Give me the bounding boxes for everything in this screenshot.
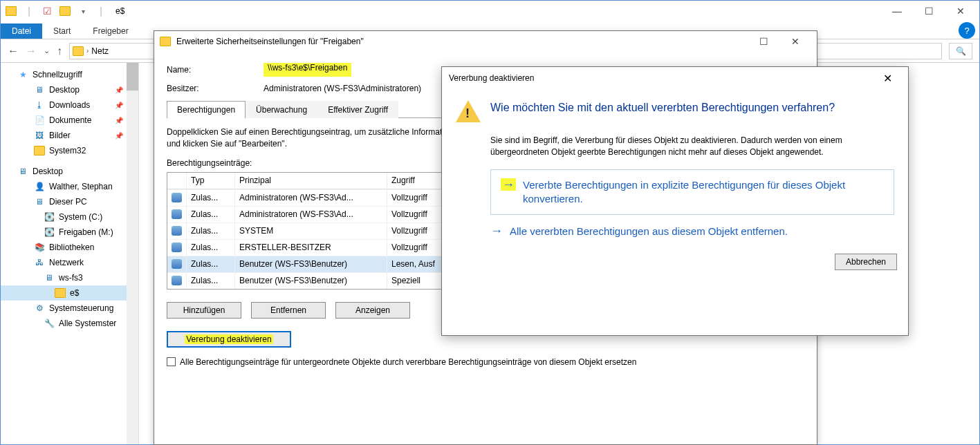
minimize-button[interactable]: —: [881, 1, 913, 21]
tree-downloads[interactable]: ⭳ Downloads 📌: [1, 97, 138, 113]
tree-label: Netzwerk: [49, 258, 84, 267]
computer-icon: 🖥: [44, 272, 55, 283]
back-button[interactable]: ←: [8, 45, 19, 57]
replace-checkbox-label: Alle Berechtigungseinträge für untergeor…: [180, 357, 636, 367]
name-label: Name:: [167, 65, 264, 75]
group-icon: [172, 209, 182, 219]
scrollbar-track[interactable]: [127, 63, 138, 444]
checkbox-unchecked-icon[interactable]: [167, 357, 176, 366]
recent-chevron-icon[interactable]: ⌄: [44, 46, 50, 55]
tree-label: Dieser PC: [49, 197, 87, 207]
properties-icon[interactable]: ☑: [39, 3, 55, 19]
drive-icon: 💽: [44, 211, 55, 223]
tree-label: System (C:): [59, 212, 102, 222]
tab-auditing[interactable]: Überwachung: [246, 101, 317, 118]
folder-icon: [3, 3, 19, 19]
cancel-button[interactable]: Abbrechen: [835, 254, 897, 270]
tree-quickaccess[interactable]: ★ Schnellzugriff: [1, 67, 138, 82]
maximize-button[interactable]: ☐: [913, 1, 945, 21]
disable-inheritance-button[interactable]: Vererbung deaktivieren: [167, 331, 291, 348]
pictures-icon: 🖼: [34, 130, 45, 141]
tree-label: Freigaben (M:): [59, 227, 113, 237]
tree-drive-c[interactable]: 💽 System (C:): [1, 209, 138, 225]
tree-share-selected[interactable]: e$: [1, 285, 138, 301]
close-button[interactable]: ✕: [873, 67, 901, 89]
breadcrumb-segment[interactable]: Netz: [91, 46, 109, 56]
scrollbar-thumb[interactable]: [127, 63, 138, 91]
tree-label: Schnellzugriff: [33, 70, 82, 79]
option-convert-text: Vererbte Berechtigungen in explizite Ber…: [523, 178, 884, 207]
help-icon[interactable]: ?: [959, 22, 975, 39]
tree-label: Desktop: [49, 85, 80, 95]
qat-chevron-icon[interactable]: ▾: [75, 3, 91, 19]
folder-icon[interactable]: [57, 3, 73, 19]
view-button[interactable]: Anzeigen: [335, 302, 410, 319]
remove-button[interactable]: Entfernen: [251, 302, 326, 319]
forward-button[interactable]: →: [26, 45, 37, 57]
group-icon: [172, 193, 182, 202]
tab-start[interactable]: Start: [42, 23, 82, 39]
tree-label: System32: [49, 146, 86, 155]
warning-icon: [456, 100, 481, 125]
tree-documents[interactable]: 📄 Dokumente 📌: [1, 113, 138, 128]
window-title: e$: [115, 6, 124, 16]
option-remove-text: Alle vererbten Berechtigungen aus diesem…: [510, 225, 788, 238]
network-drive-icon: 💽: [44, 227, 55, 238]
tree-label: Bilder: [49, 131, 71, 140]
search-icon: 🔍: [956, 46, 966, 56]
tree-pictures[interactable]: 🖼 Bilder 📌: [1, 128, 138, 143]
confirm-description: Sie sind im Begriff, die Vererbung für d…: [490, 135, 894, 158]
tree-desktop[interactable]: 🖥 Desktop 📌: [1, 82, 138, 97]
add-button[interactable]: Hinzufügen: [167, 302, 241, 319]
name-value-highlighted: \\ws-fs3\e$\Freigaben: [264, 63, 351, 77]
divider-icon: |: [21, 3, 37, 19]
pin-icon: 📌: [115, 132, 123, 140]
tree-controlpanel[interactable]: ⚙ Systemsteuerung: [1, 301, 138, 316]
owner-label: Besitzer:: [167, 84, 264, 93]
tree-host[interactable]: 🖥 ws-fs3: [1, 270, 138, 285]
star-icon: ★: [17, 69, 28, 80]
security-dialog-title-bar: Erweiterte Sicherheitseinstellungen für …: [154, 31, 817, 52]
tab-share[interactable]: Freigeber: [82, 23, 139, 39]
option-remove[interactable]: → Alle vererbten Berechtigungen aus dies…: [490, 225, 894, 238]
chevron-right-icon: ›: [86, 47, 89, 55]
pin-icon: 📌: [115, 117, 123, 124]
settings-icon: 🔧: [44, 318, 55, 329]
tree-label: Systemsteuerung: [49, 303, 113, 313]
close-button[interactable]: ✕: [779, 31, 811, 52]
maximize-button[interactable]: ☐: [748, 31, 779, 52]
tab-permissions[interactable]: Berechtigungen: [167, 101, 246, 118]
tree-label: Desktop: [33, 167, 63, 176]
tree-libraries[interactable]: 📚 Bibliotheken: [1, 240, 138, 255]
tree-allsettings[interactable]: 🔧 Alle Systemster: [1, 316, 138, 331]
tree-network[interactable]: 🖧 Netzwerk: [1, 255, 138, 270]
libraries-icon: 📚: [34, 242, 45, 253]
confirm-title-text: Vererbung deaktivieren: [449, 73, 534, 83]
col-type[interactable]: Typ: [187, 173, 235, 189]
folder-icon: [160, 37, 171, 46]
tree-drive-m[interactable]: 💽 Freigaben (M:): [1, 225, 138, 240]
navigation-tree[interactable]: ★ Schnellzugriff 🖥 Desktop 📌 ⭳ Downloads…: [1, 63, 139, 444]
desktop-icon: 🖥: [34, 84, 45, 95]
close-button[interactable]: ✕: [945, 1, 977, 21]
folder-icon: [34, 146, 45, 155]
folder-icon: [73, 46, 84, 56]
replace-checkbox-row[interactable]: Alle Berechtigungseinträge für untergeor…: [167, 357, 804, 367]
group-icon: [172, 259, 182, 269]
tab-file[interactable]: Datei: [1, 23, 42, 39]
tree-thispc[interactable]: 🖥 Dieser PC: [1, 194, 138, 209]
option-convert[interactable]: → Vererbte Berechtigungen in explizite B…: [490, 169, 894, 216]
col-principal[interactable]: Prinzipal: [235, 173, 387, 189]
up-button[interactable]: ↑: [57, 45, 62, 57]
tree-system32[interactable]: System32: [1, 143, 138, 158]
documents-icon: 📄: [34, 115, 45, 126]
dialog-title: Erweiterte Sicherheitseinstellungen für …: [176, 37, 364, 46]
group-icon: [172, 243, 182, 252]
tab-effective[interactable]: Effektiver Zugriff: [317, 101, 398, 118]
search-box[interactable]: 🔍: [949, 43, 972, 59]
owner-value: Administratoren (WS-FS3\Administratoren): [264, 84, 421, 93]
pin-icon: 📌: [115, 86, 123, 94]
tree-user[interactable]: 👤 Walther, Stephan: [1, 179, 138, 194]
tree-label: Downloads: [49, 100, 90, 110]
tree-desktop-root[interactable]: 🖥 Desktop: [1, 164, 138, 179]
